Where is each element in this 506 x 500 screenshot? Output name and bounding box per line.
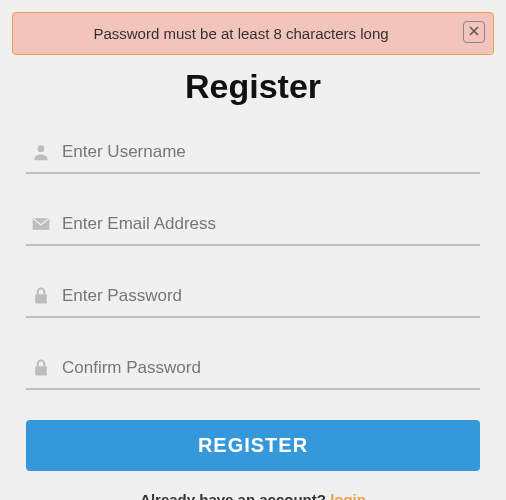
close-icon [469,25,479,39]
lock-icon [28,286,54,306]
email-input[interactable] [54,214,478,234]
user-icon [28,142,54,162]
login-link[interactable]: login [330,491,366,500]
email-field [26,204,480,246]
password-input[interactable] [54,286,478,306]
username-input[interactable] [54,142,478,162]
confirm-password-field [26,348,480,390]
error-alert: Password must be at least 8 characters l… [12,12,494,55]
username-field [26,132,480,174]
alert-close-button[interactable] [463,21,485,43]
lock-icon [28,358,54,378]
register-form: Register REGISTER Already have an accoun… [12,67,494,500]
svg-point-0 [38,145,45,152]
confirm-password-input[interactable] [54,358,478,378]
envelope-icon [28,214,54,234]
alert-message: Password must be at least 8 characters l… [93,25,388,42]
login-prompt-text: Already have an account? [140,491,330,500]
svg-rect-1 [35,294,47,303]
page-title: Register [26,67,480,106]
register-button[interactable]: REGISTER [26,420,480,471]
login-prompt: Already have an account? login [26,491,480,500]
password-field [26,276,480,318]
svg-rect-2 [35,366,47,375]
